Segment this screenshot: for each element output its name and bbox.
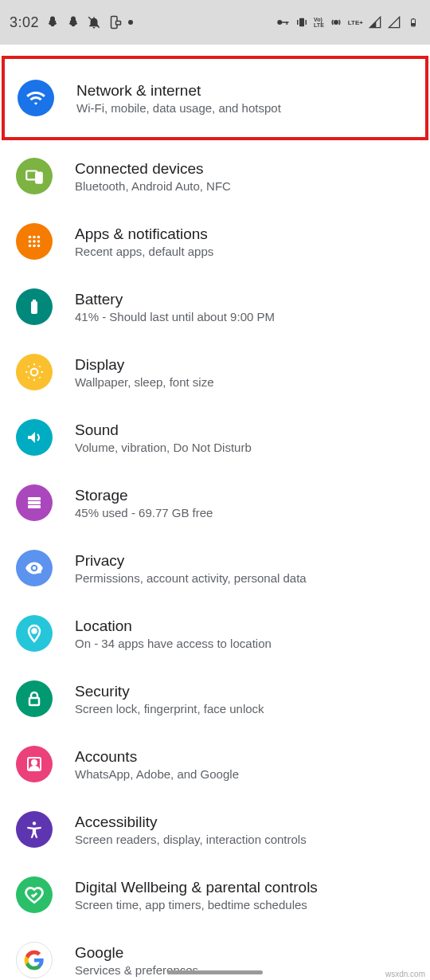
signal-2-icon	[387, 15, 401, 29]
watermark: wsxdn.com	[385, 970, 425, 978]
row-text: DisplayWallpaper, sleep, font size	[75, 356, 414, 389]
svg-rect-33	[29, 698, 39, 705]
settings-row-apps[interactable]: Apps & notificationsRecent apps, default…	[0, 209, 430, 274]
row-text: Connected devicesBluetooth, Android Auto…	[75, 160, 414, 193]
location-icon	[16, 615, 53, 652]
svg-point-23	[37, 245, 41, 248]
row-subtitle: WhatsApp, Adobe, and Google	[75, 767, 414, 781]
row-title: Google	[75, 944, 414, 962]
settings-row-battery[interactable]: Battery41% - Should last until about 9:0…	[0, 274, 430, 339]
settings-row-accessibility[interactable]: AccessibilityScreen readers, display, in…	[0, 797, 430, 862]
vibrate-icon	[295, 15, 309, 29]
wellbeing-icon	[16, 876, 53, 913]
row-text: Battery41% - Should last until about 9:0…	[75, 291, 414, 323]
row-subtitle: Wallpaper, sleep, font size	[75, 375, 414, 389]
signal-1-icon	[368, 15, 382, 29]
accessibility-icon	[16, 811, 53, 848]
row-title: Connected devices	[75, 160, 414, 178]
accounts-icon	[16, 746, 53, 782]
battery-status-icon	[406, 15, 420, 29]
settings-row-devices[interactable]: Connected devicesBluetooth, Android Auto…	[0, 143, 430, 209]
svg-point-20	[37, 240, 41, 243]
settings-row-display[interactable]: DisplayWallpaper, sleep, font size	[0, 339, 430, 405]
row-title: Storage	[75, 487, 414, 504]
lte-icon: LTE+	[348, 15, 363, 29]
settings-row-wifi[interactable]: Network & internetWi-Fi, mobile, data us…	[2, 56, 428, 140]
status-bar: 3:02 Vo)LTE LTE+	[0, 0, 430, 45]
svg-rect-29	[28, 505, 41, 508]
row-text: LocationOn - 34 apps have access to loca…	[75, 617, 414, 650]
row-subtitle: Volume, vibration, Do Not Disturb	[75, 441, 414, 454]
settings-row-storage[interactable]: Storage45% used - 69.77 GB free	[0, 470, 430, 535]
svg-point-15	[29, 236, 32, 239]
row-title: Sound	[75, 421, 414, 439]
row-subtitle: 45% used - 69.77 GB free	[75, 506, 414, 519]
svg-rect-11	[412, 18, 414, 19]
svg-rect-7	[297, 20, 299, 25]
svg-point-22	[33, 245, 36, 248]
svg-rect-27	[28, 497, 41, 500]
row-title: Security	[75, 683, 414, 700]
svg-point-17	[37, 236, 41, 239]
row-subtitle: Screen readers, display, interaction con…	[75, 833, 414, 846]
row-subtitle: Recent apps, default apps	[75, 245, 414, 258]
snapchat-icon-2	[66, 15, 80, 29]
display-icon	[16, 354, 53, 390]
row-subtitle: Screen time, app timers, bedtime schedul…	[75, 898, 414, 911]
row-text: SoundVolume, vibration, Do Not Disturb	[75, 421, 414, 454]
svg-point-3	[277, 20, 282, 25]
settings-list: Network & internetWi-Fi, mobile, data us…	[0, 45, 430, 980]
dnd-icon	[87, 15, 101, 29]
apps-icon	[16, 223, 53, 260]
svg-point-32	[33, 629, 37, 633]
more-dot	[128, 20, 133, 25]
svg-point-26	[31, 369, 38, 376]
wifi-icon	[18, 80, 54, 116]
svg-point-30	[33, 566, 36, 570]
privacy-icon	[16, 550, 53, 586]
row-title: Digital Wellbeing & parental controls	[75, 879, 414, 896]
svg-rect-28	[28, 501, 41, 504]
hotspot-icon	[329, 15, 343, 29]
settings-row-security[interactable]: SecurityScreen lock, fingerprint, face u…	[0, 666, 430, 731]
svg-rect-4	[282, 22, 289, 23]
row-text: AccessibilityScreen readers, display, in…	[75, 813, 414, 846]
svg-rect-14	[36, 173, 42, 183]
gesture-pill[interactable]	[167, 970, 263, 974]
row-text: AccountsWhatsApp, Adobe, and Google	[75, 748, 414, 781]
svg-point-36	[33, 821, 36, 825]
row-title: Location	[75, 617, 414, 635]
row-text: PrivacyPermissions, account activity, pe…	[75, 552, 414, 585]
storage-icon	[16, 484, 53, 521]
svg-point-18	[29, 240, 32, 243]
security-icon	[16, 680, 53, 717]
svg-point-16	[33, 236, 36, 239]
snapchat-icon	[45, 15, 60, 29]
settings-row-location[interactable]: LocationOn - 34 apps have access to loca…	[0, 601, 430, 666]
status-left: 3:02	[10, 14, 133, 31]
phone-lock-icon	[108, 15, 122, 29]
row-subtitle: Screen lock, fingerprint, face unlock	[75, 702, 414, 715]
svg-rect-6	[299, 18, 304, 27]
row-title: Battery	[75, 291, 414, 308]
status-right: Vo)LTE LTE+	[276, 15, 420, 29]
svg-rect-12	[412, 23, 415, 26]
row-text: Network & internetWi-Fi, mobile, data us…	[76, 82, 412, 115]
settings-row-privacy[interactable]: PrivacyPermissions, account activity, pe…	[0, 535, 430, 601]
svg-rect-25	[33, 300, 36, 302]
devices-icon	[16, 158, 53, 194]
vpn-key-icon	[276, 15, 290, 29]
svg-point-35	[32, 760, 37, 765]
row-text: SecurityScreen lock, fingerprint, face u…	[75, 683, 414, 715]
settings-row-sound[interactable]: SoundVolume, vibration, Do Not Disturb	[0, 405, 430, 470]
row-subtitle: Permissions, account activity, personal …	[75, 571, 414, 585]
row-title: Accessibility	[75, 813, 414, 831]
settings-row-wellbeing[interactable]: Digital Wellbeing & parental controlsScr…	[0, 862, 430, 927]
settings-row-accounts[interactable]: AccountsWhatsApp, Adobe, and Google	[0, 731, 430, 797]
row-title: Network & internet	[76, 82, 412, 100]
row-title: Privacy	[75, 552, 414, 570]
volte-icon: Vo)LTE	[314, 15, 324, 29]
row-title: Accounts	[75, 748, 414, 766]
row-text: Digital Wellbeing & parental controlsScr…	[75, 879, 414, 911]
svg-point-21	[29, 245, 32, 248]
